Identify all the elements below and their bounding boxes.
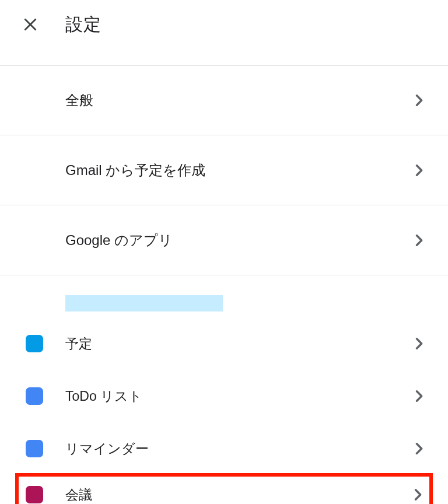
chevron-right-icon	[411, 388, 427, 404]
chevron-right-icon	[411, 92, 427, 108]
calendar-row-meeting[interactable]: 会議	[15, 473, 433, 504]
calendar-row-label: リマインダー	[65, 440, 411, 458]
chevron-right-icon	[411, 162, 427, 178]
calendar-row-todo[interactable]: ToDo リスト	[0, 370, 448, 422]
settings-row-gmail-events[interactable]: Gmail から予定を作成	[0, 135, 448, 205]
color-swatch	[26, 486, 43, 503]
color-swatch	[26, 387, 43, 405]
calendar-row-reminder[interactable]: リマインダー	[0, 422, 448, 475]
color-swatch	[26, 440, 43, 457]
settings-row-general[interactable]: 全般	[0, 65, 448, 135]
chevron-right-icon	[410, 487, 426, 503]
calendar-row-label: 会議	[65, 486, 410, 504]
chevron-right-icon	[411, 232, 427, 249]
header-bar: 設定	[0, 0, 448, 49]
calendar-row-label: ToDo リスト	[65, 387, 411, 405]
settings-row-google-apps[interactable]: Google のアプリ	[0, 205, 448, 275]
page-title: 設定	[65, 13, 101, 37]
calendar-row-yotei[interactable]: 予定	[0, 317, 448, 370]
close-button[interactable]	[16, 10, 44, 38]
settings-row-label: 全般	[65, 91, 411, 110]
section-header-highlight	[65, 295, 223, 312]
settings-row-label: Gmail から予定を作成	[65, 161, 411, 180]
chevron-right-icon	[411, 335, 427, 352]
close-icon	[22, 16, 39, 33]
calendar-row-label: 予定	[65, 335, 411, 353]
settings-row-label: Google のアプリ	[65, 231, 411, 250]
chevron-right-icon	[411, 440, 427, 457]
color-swatch	[26, 335, 43, 352]
